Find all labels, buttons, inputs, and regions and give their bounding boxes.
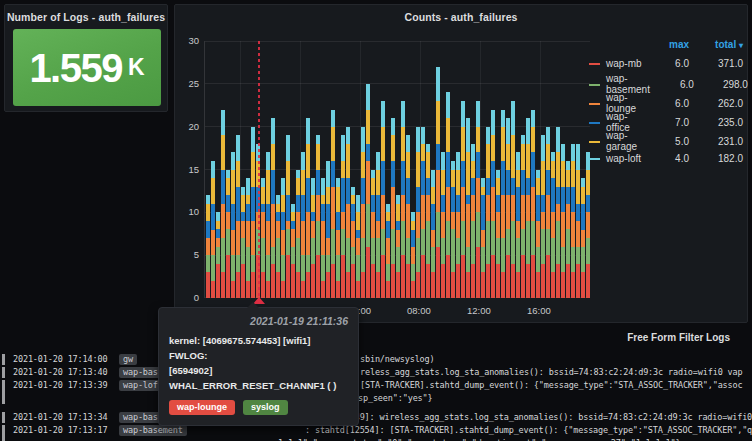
legend-item-wap-basement[interactable]: wap-basement6.0298.0 bbox=[589, 73, 743, 92]
log-level-bar bbox=[2, 354, 5, 365]
bar-segment-wap-garage bbox=[356, 212, 360, 229]
stacked-bar bbox=[391, 118, 395, 298]
bar-segment-wap-loft bbox=[551, 152, 555, 161]
bar-segment-wap-basement bbox=[551, 238, 555, 272]
bar-segment-wap-lounge bbox=[296, 212, 300, 238]
stat-unit: K bbox=[128, 54, 145, 81]
bar-segment-wap-loft bbox=[251, 127, 255, 153]
log-row[interactable]: 2021-01-20 17:13:17wap-basement: stahtd[… bbox=[0, 424, 752, 441]
log-row[interactable]: 2021-01-20 17:13:39wap-loft[STA-TRACKER]… bbox=[0, 379, 752, 405]
bar-segment-wap-basement bbox=[571, 247, 575, 273]
bar-segment-wap-mb bbox=[241, 264, 245, 298]
legend-series-total: 371.0 bbox=[689, 58, 743, 69]
bar-segment-wap-mb bbox=[561, 272, 565, 298]
bar-segment-wap-basement bbox=[471, 221, 475, 264]
stacked-bar bbox=[316, 135, 320, 298]
bar-segment-wap-office bbox=[411, 230, 415, 247]
legend-item-wap-garage[interactable]: wap-garage5.0231.0 bbox=[589, 130, 743, 149]
bar-segment-wap-loft bbox=[266, 152, 270, 169]
bar-segment-wap-mb bbox=[506, 255, 510, 298]
legend-item-wap-mb[interactable]: wap-mb6.0371.0 bbox=[589, 54, 743, 73]
bar-segment-wap-lounge bbox=[371, 212, 375, 238]
bar-segment-wap-lounge bbox=[226, 212, 230, 229]
graph-plot[interactable] bbox=[204, 41, 590, 298]
bar-segment-wap-loft bbox=[436, 67, 440, 101]
bar-segment-wap-basement bbox=[421, 229, 425, 255]
log-message-fragment: reless_agg_stats.log_sta_anomalies(): bs… bbox=[360, 366, 743, 379]
bar-segment-wap-mb bbox=[261, 272, 265, 298]
bar-segment-wap-basement bbox=[266, 255, 270, 281]
bar-segment-wap-garage bbox=[481, 187, 485, 196]
bar-segment-wap-loft bbox=[426, 144, 430, 153]
bar-segment-wap-lounge bbox=[576, 221, 580, 247]
stacked-bar bbox=[581, 178, 585, 298]
bar-segment-wap-basement bbox=[476, 212, 480, 246]
bar-segment-wap-loft bbox=[211, 161, 215, 178]
bar-segment-wap-office bbox=[471, 178, 475, 195]
bar-segment-wap-mb bbox=[436, 247, 440, 298]
bar-segment-wap-office bbox=[321, 204, 325, 221]
bar-segment-wap-lounge bbox=[336, 230, 340, 256]
legend-sort-total[interactable]: total ▾ bbox=[689, 39, 743, 50]
bar-segment-wap-garage bbox=[266, 170, 270, 204]
stacked-bar bbox=[236, 135, 240, 298]
log-row[interactable]: 2021-01-20 17:14:00gwsbin/newsyslog) bbox=[0, 353, 752, 366]
bar-segment-wap-loft bbox=[541, 135, 545, 161]
legend-series-max: 6.0 bbox=[645, 98, 689, 109]
bar-segment-wap-mb bbox=[386, 281, 390, 298]
log-row[interactable]: 2021-01-20 17:13:40wap-basementreless_ag… bbox=[0, 366, 752, 379]
bar-segment-wap-loft bbox=[351, 187, 355, 196]
bar-segment-wap-lounge bbox=[411, 247, 415, 264]
bar-segment-wap-mb bbox=[446, 255, 450, 298]
bar-segment-wap-mb bbox=[271, 264, 275, 298]
tooltip-tags: wap-loungesyslog bbox=[159, 393, 358, 425]
bar-segment-wap-mb bbox=[456, 264, 460, 298]
bar-segment-wap-garage bbox=[506, 144, 510, 170]
stacked-bar bbox=[571, 144, 575, 298]
bar-segment-wap-loft bbox=[571, 144, 575, 161]
bar-segment-wap-garage bbox=[221, 135, 225, 169]
bar-segment-wap-garage bbox=[291, 212, 295, 221]
bar-segment-wap-office bbox=[246, 204, 250, 221]
bar-segment-wap-mb bbox=[536, 272, 540, 298]
legend-item-wap-office[interactable]: wap-office7.0235.0 bbox=[589, 111, 743, 130]
bar-segment-wap-loft bbox=[281, 178, 285, 195]
bar-segment-wap-lounge bbox=[571, 212, 575, 246]
legend-item-wap-lounge[interactable]: wap-lounge6.0262.0 bbox=[589, 92, 743, 111]
stacked-bar bbox=[566, 161, 570, 298]
bar-segment-wap-office bbox=[381, 161, 385, 195]
bar-segment-wap-loft bbox=[506, 118, 510, 144]
bar-segment-wap-lounge bbox=[361, 204, 365, 238]
bar-segment-wap-mb bbox=[216, 264, 220, 298]
bar-segment-wap-mb bbox=[341, 255, 345, 298]
bar-segment-wap-lounge bbox=[471, 195, 475, 221]
log-row[interactable]: 2021-01-20 17:13:34wap-basement: mcad[12… bbox=[0, 411, 752, 424]
bar-segment-wap-lounge bbox=[536, 221, 540, 247]
stat-value-box: 1.559 K bbox=[13, 29, 161, 106]
stacked-bar bbox=[551, 152, 555, 298]
stacked-bar bbox=[216, 212, 220, 298]
bar-segment-wap-garage bbox=[446, 118, 450, 152]
bar-segment-wap-basement bbox=[576, 247, 580, 264]
bar-segment-wap-lounge bbox=[311, 221, 315, 238]
stacked-bar bbox=[471, 144, 475, 298]
log-message-fragment: : stahtd[12554]: [STA-TRACKER].stahtd_du… bbox=[305, 424, 752, 437]
bar-segment-wap-garage bbox=[466, 152, 470, 195]
bar-segment-wap-basement bbox=[531, 221, 535, 255]
stacked-bar bbox=[476, 101, 480, 298]
log-message-fragment: 1.1.1","assoc_status":"0","event_type":"… bbox=[278, 437, 680, 441]
bar-segment-wap-mb bbox=[496, 264, 500, 298]
bar-segment-wap-basement bbox=[446, 221, 450, 255]
bar-segment-wap-basement bbox=[481, 247, 485, 273]
legend-sort-max[interactable]: max bbox=[645, 39, 689, 50]
bar-segment-wap-mb bbox=[306, 272, 310, 298]
bar-segment-wap-loft bbox=[561, 144, 565, 161]
bar-segment-wap-office bbox=[356, 230, 360, 239]
bar-segment-wap-garage bbox=[241, 195, 245, 212]
bar-segment-wap-mb bbox=[516, 272, 520, 298]
bar-segment-wap-basement bbox=[561, 247, 565, 273]
stacked-bar bbox=[326, 161, 330, 298]
bar-segment-wap-lounge bbox=[271, 204, 275, 247]
bar-segment-wap-loft bbox=[401, 101, 405, 127]
stat-panel-title: Number of Logs - auth_failures bbox=[5, 11, 167, 23]
